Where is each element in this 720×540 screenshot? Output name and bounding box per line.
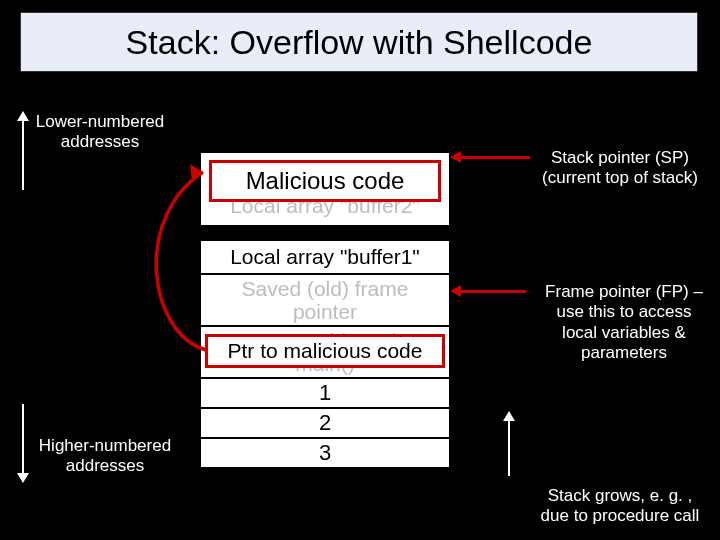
curved-pointer-arrow bbox=[128, 158, 248, 388]
arrow-down-left bbox=[22, 404, 24, 474]
cell-param-3: 3 bbox=[200, 438, 450, 468]
arrow-up-right bbox=[508, 420, 510, 476]
lower-address-label: Lower-numbered addresses bbox=[30, 112, 170, 153]
arrow-up-left bbox=[22, 120, 24, 190]
higher-address-label: Higher-numbered addresses bbox=[30, 436, 180, 477]
sp-pointer-arrow bbox=[460, 156, 530, 159]
stack-pointer-label: Stack pointer (SP) (current top of stack… bbox=[530, 148, 710, 189]
slide-title: Stack: Overflow with Shellcode bbox=[20, 12, 698, 72]
cell-param-2: 2 bbox=[200, 408, 450, 438]
stack-grows-label: Stack grows, e. g. , due to procedure ca… bbox=[520, 486, 720, 527]
frame-pointer-label: Frame pointer (FP) – use this to access … bbox=[524, 282, 720, 364]
fp-pointer-arrow bbox=[460, 290, 526, 293]
svg-marker-0 bbox=[190, 164, 203, 182]
